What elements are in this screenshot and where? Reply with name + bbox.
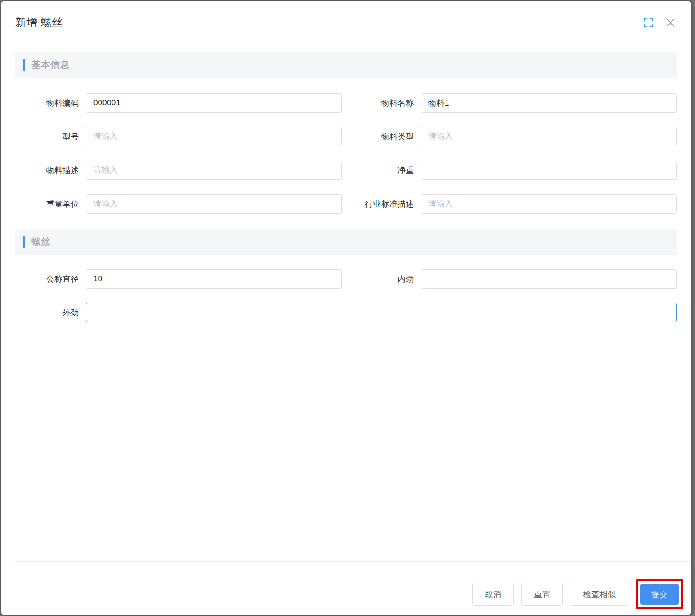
- section-basic-info-title: 基本信息: [31, 59, 70, 71]
- material-name-input[interactable]: [421, 93, 677, 113]
- submit-button[interactable]: 提交: [640, 584, 679, 605]
- industry-standard-desc-input[interactable]: [421, 194, 677, 214]
- form-item-net-weight: 净重: [350, 161, 677, 180]
- form-item-material-code: 物料编码: [15, 93, 342, 113]
- outer-strength-input[interactable]: [86, 303, 677, 322]
- dialog-header: 新增 螺丝: [1, 1, 691, 44]
- dialog-footer: 取消 重置 检查相似 提交: [15, 561, 691, 615]
- form-item-nominal-diameter: 公称直径: [15, 269, 342, 289]
- dialog-title: 新增 螺丝: [15, 15, 63, 30]
- dialog-body: 基本信息 物料编码 物料名称 型号 物料类型 物料描述: [1, 44, 691, 561]
- form-item-material-name: 物料名称: [350, 93, 677, 113]
- form-item-outer-strength: 外劲: [15, 303, 677, 322]
- section-basic-info: 基本信息: [15, 52, 677, 78]
- form-item-weight-unit: 重量单位: [15, 194, 342, 214]
- net-weight-input[interactable]: [421, 161, 677, 180]
- model-label: 型号: [15, 131, 86, 142]
- inner-strength-label: 内劲: [350, 274, 421, 285]
- submit-annotation-highlight: 提交: [636, 579, 683, 609]
- material-desc-input[interactable]: [86, 161, 342, 180]
- section-screw-title: 螺丝: [31, 236, 50, 248]
- material-type-input[interactable]: [421, 127, 677, 146]
- fullscreen-button[interactable]: [643, 17, 654, 28]
- reset-button[interactable]: 重置: [521, 583, 563, 606]
- header-actions: [643, 16, 677, 29]
- close-button[interactable]: [664, 16, 677, 29]
- basic-info-form: 物料编码 物料名称 型号 物料类型 物料描述 净重: [15, 93, 677, 214]
- net-weight-label: 净重: [350, 165, 421, 176]
- section-accent-bar: [23, 236, 25, 248]
- fullscreen-icon: [643, 17, 654, 28]
- industry-standard-desc-label: 行业标准描述: [350, 199, 421, 210]
- material-code-label: 物料编码: [15, 98, 86, 109]
- form-item-industry-standard-desc: 行业标准描述: [350, 194, 677, 214]
- form-item-material-desc: 物料描述: [15, 161, 342, 180]
- nominal-diameter-label: 公称直径: [15, 274, 86, 285]
- close-icon: [664, 16, 677, 29]
- nominal-diameter-input[interactable]: [86, 269, 342, 289]
- weight-unit-label: 重量单位: [15, 199, 86, 210]
- form-item-material-type: 物料类型: [350, 127, 677, 146]
- form-item-inner-strength: 内劲: [350, 269, 677, 289]
- screw-form: 公称直径 内劲 外劲: [15, 269, 677, 322]
- material-name-label: 物料名称: [350, 98, 421, 109]
- section-screw: 螺丝: [15, 229, 677, 255]
- material-code-input[interactable]: [86, 93, 342, 113]
- form-item-model: 型号: [15, 127, 342, 146]
- section-accent-bar: [23, 59, 25, 71]
- check-similar-button[interactable]: 检查相似: [571, 583, 628, 606]
- weight-unit-input[interactable]: [86, 194, 342, 214]
- inner-strength-input[interactable]: [421, 269, 677, 289]
- cancel-button[interactable]: 取消: [472, 583, 514, 606]
- material-type-label: 物料类型: [350, 131, 421, 142]
- material-desc-label: 物料描述: [15, 165, 86, 176]
- model-input[interactable]: [86, 127, 342, 146]
- outer-strength-label: 外劲: [15, 307, 86, 318]
- add-screw-dialog: 新增 螺丝 基本信息: [1, 1, 691, 615]
